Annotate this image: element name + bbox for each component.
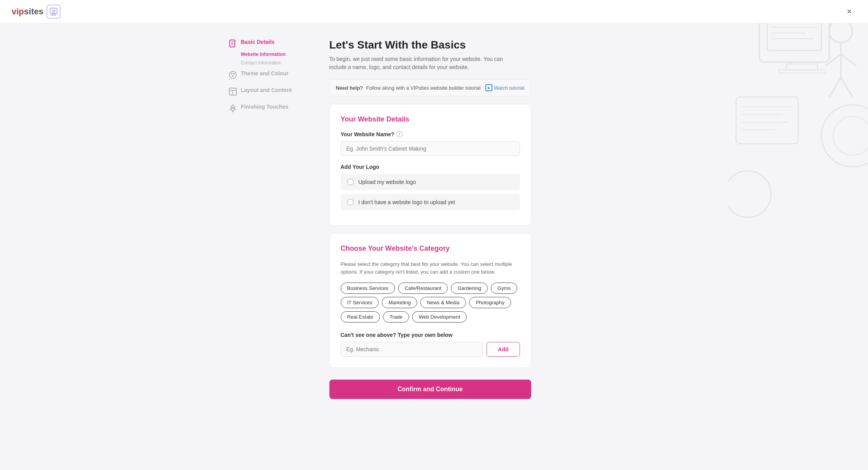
svg-point-31 — [229, 71, 236, 78]
logo-text: vipsites — [12, 7, 43, 17]
website-name-input[interactable] — [341, 141, 520, 156]
watch-tutorial-link[interactable]: ▶ Watch tutorial — [485, 84, 525, 91]
category-tag[interactable]: Trade — [383, 311, 409, 323]
sidebar-item-layout-content[interactable]: Layout and Content — [229, 87, 314, 96]
logo-vip: vip — [12, 7, 24, 16]
page-title-area: Let's Start With the Basics To begin, we… — [329, 39, 531, 71]
add-category-button[interactable]: Add — [487, 342, 520, 357]
page-subtitle: To begin, we just need some basic inform… — [329, 55, 516, 71]
help-need-help: Need help? — [336, 85, 363, 91]
category-description: Please select the category that best fit… — [341, 260, 520, 276]
logo-area: vipsites — [12, 5, 61, 19]
add-logo-label: Add Your Logo — [341, 164, 520, 170]
category-tag[interactable]: Gardening — [451, 283, 488, 294]
category-tags-container: Business ServicesCafe/RestaurantGardenin… — [341, 283, 520, 323]
sidebar-item-finishing-touches[interactable]: Finishing Touches — [229, 104, 314, 113]
sidebar-sub-basic-details: Website Information Contact Information — [229, 51, 314, 66]
category-tag[interactable]: IT Services — [341, 297, 379, 308]
help-body-text: Follow along with a VIPsites website bui… — [366, 85, 481, 91]
svg-point-32 — [231, 73, 232, 75]
category-tag[interactable]: Gyms — [491, 283, 517, 294]
document-icon — [229, 39, 237, 48]
help-banner: Need help? Follow along with a VIPsites … — [329, 79, 531, 96]
upload-logo-option[interactable]: Upload my website logo — [341, 174, 520, 190]
logo-sites: sites — [24, 7, 43, 16]
sidebar: Basic Details Website Information Contac… — [229, 39, 314, 399]
svg-point-38 — [232, 107, 234, 109]
svg-line-12 — [841, 78, 852, 97]
category-tag[interactable]: Real Estate — [341, 311, 380, 323]
svg-line-9 — [825, 54, 841, 66]
category-title: Choose Your Website's Category — [341, 245, 520, 253]
svg-point-20 — [728, 171, 771, 217]
svg-point-26 — [53, 11, 54, 13]
confirm-button[interactable]: Confirm and Continue — [329, 380, 531, 399]
page-title: Let's Start With the Basics — [329, 39, 531, 51]
category-tag[interactable]: Web Development — [412, 311, 467, 323]
website-details-title: Your Website Details — [341, 115, 520, 123]
logo-icon — [47, 5, 61, 19]
no-logo-label: I don't have a website logo to upload ye… — [359, 199, 455, 205]
custom-category-row: Add — [341, 342, 520, 357]
svg-rect-3 — [779, 70, 825, 73]
svg-point-34 — [232, 75, 234, 77]
layout-icon — [229, 87, 237, 96]
palette-icon — [229, 71, 237, 79]
no-logo-radio[interactable] — [347, 199, 354, 206]
sidebar-finishing-label: Finishing Touches — [241, 104, 289, 110]
upload-logo-radio[interactable] — [347, 179, 354, 186]
category-card: Choose Your Website's Category Please se… — [329, 233, 531, 368]
svg-line-10 — [841, 54, 856, 66]
svg-point-18 — [821, 105, 868, 167]
category-tag[interactable]: Marketing — [382, 297, 417, 308]
upload-logo-label: Upload my website logo — [359, 179, 416, 185]
play-icon: ▶ — [485, 84, 492, 91]
sidebar-basic-details-label: Basic Details — [241, 39, 275, 45]
svg-rect-1 — [767, 19, 821, 50]
header: vipsites × — [0, 0, 868, 23]
category-tag[interactable]: Cafe/Restaurant — [398, 283, 448, 294]
svg-point-33 — [233, 73, 235, 75]
svg-rect-2 — [787, 64, 818, 70]
sidebar-layout-label: Layout and Content — [241, 87, 292, 93]
category-tag[interactable]: Photography — [469, 297, 511, 308]
custom-category-input[interactable] — [341, 342, 483, 357]
svg-rect-35 — [229, 88, 236, 95]
custom-category-label: Can't see one above? Type your own below — [341, 332, 520, 338]
rocket-icon — [229, 104, 237, 113]
no-logo-option[interactable]: I don't have a website logo to upload ye… — [341, 194, 520, 210]
sidebar-theme-label: Theme and Colour — [241, 70, 289, 76]
svg-line-11 — [829, 78, 841, 97]
website-name-label: Your Website Name? i — [341, 131, 520, 137]
main-content: Let's Start With the Basics To begin, we… — [329, 39, 531, 399]
watch-label: Watch tutorial — [494, 85, 525, 91]
category-tag[interactable]: Business Services — [341, 283, 395, 294]
sidebar-item-theme-colour[interactable]: Theme and Colour — [229, 70, 314, 79]
category-tag[interactable]: News & Media — [420, 297, 466, 308]
website-details-card: Your Website Details Your Website Name? … — [329, 104, 531, 225]
close-button[interactable]: × — [842, 5, 856, 19]
sidebar-sub-contact-info[interactable]: Contact Information — [241, 59, 314, 66]
svg-rect-13 — [736, 97, 798, 144]
info-icon[interactable]: i — [397, 131, 403, 137]
svg-point-19 — [833, 116, 868, 155]
sidebar-sub-website-info[interactable]: Website Information — [241, 51, 314, 58]
sidebar-item-basic-details[interactable]: Basic Details — [229, 39, 314, 48]
